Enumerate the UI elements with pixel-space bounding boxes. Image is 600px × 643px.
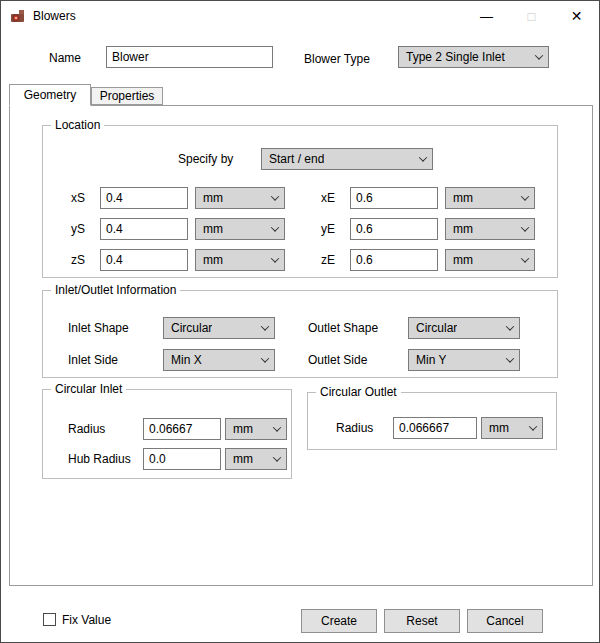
xs-unit-select[interactable]: mm <box>195 187 285 209</box>
cancel-button[interactable]: Cancel <box>467 609 543 633</box>
tab-geometry[interactable]: Geometry <box>9 84 91 106</box>
ye-unit-value: mm <box>453 222 473 236</box>
blower-type-value: Type 2 Single Inlet <box>406 50 505 64</box>
hub-radius-input[interactable] <box>143 448 221 470</box>
chevron-down-icon <box>529 422 537 430</box>
name-label: Name <box>49 51 81 65</box>
ze-label: zE <box>321 253 335 267</box>
zs-unit-select[interactable]: mm <box>195 249 285 271</box>
chevron-down-icon <box>273 423 281 431</box>
chevron-down-icon <box>261 322 269 330</box>
outlet-shape-value: Circular <box>416 321 457 335</box>
minimize-button[interactable]: — <box>464 1 509 31</box>
circular-inlet-group-title: Circular Inlet <box>51 382 126 396</box>
chevron-down-icon <box>506 322 514 330</box>
chevron-down-icon <box>271 254 279 262</box>
hub-radius-unit-select[interactable]: mm <box>225 448 287 470</box>
blower-app-icon <box>10 8 26 24</box>
xe-input[interactable] <box>350 187 438 209</box>
hub-radius-label: Hub Radius <box>68 452 131 466</box>
circular-outlet-group: Circular Outlet Radius mm <box>307 392 557 450</box>
geometry-tab-panel: Location Specify by Start / end xS mm xE… <box>9 105 593 586</box>
tab-properties-label: Properties <box>100 89 155 103</box>
outlet-radius-unit-select[interactable]: mm <box>481 417 543 439</box>
blowers-dialog: Blowers — □ ✕ Name Blower Type Type 2 Si… <box>0 0 600 643</box>
window-title: Blowers <box>33 9 76 23</box>
ys-input[interactable] <box>100 218 188 240</box>
outlet-radius-input[interactable] <box>393 417 477 439</box>
chevron-down-icon <box>521 223 529 231</box>
chevron-down-icon <box>521 254 529 262</box>
inlet-shape-label: Inlet Shape <box>68 321 129 335</box>
xe-unit-value: mm <box>453 191 473 205</box>
specify-by-select[interactable]: Start / end <box>261 148 433 170</box>
reset-button-label: Reset <box>406 614 437 628</box>
inlet-radius-unit-value: mm <box>233 422 253 436</box>
inlet-outlet-group: Inlet/Outlet Information Inlet Shape Cir… <box>42 290 558 378</box>
specify-by-value: Start / end <box>269 152 324 166</box>
outlet-shape-label: Outlet Shape <box>308 321 378 335</box>
circular-inlet-group: Circular Inlet Radius mm Hub Radius mm <box>42 389 292 479</box>
ze-input[interactable] <box>350 249 438 271</box>
cancel-button-label: Cancel <box>486 614 523 628</box>
location-group-title: Location <box>51 118 104 132</box>
title-bar: Blowers — □ ✕ <box>1 1 599 31</box>
inlet-side-value: Min X <box>171 353 202 367</box>
ys-unit-select[interactable]: mm <box>195 218 285 240</box>
fix-value-label: Fix Value <box>62 613 111 627</box>
blower-type-select[interactable]: Type 2 Single Inlet <box>398 46 549 68</box>
circular-outlet-group-title: Circular Outlet <box>316 385 401 399</box>
ze-unit-select[interactable]: mm <box>445 249 535 271</box>
xs-label: xS <box>71 191 85 205</box>
inlet-outlet-group-title: Inlet/Outlet Information <box>51 283 180 297</box>
xs-input[interactable] <box>100 187 188 209</box>
close-button[interactable]: ✕ <box>554 1 599 31</box>
xe-unit-select[interactable]: mm <box>445 187 535 209</box>
ys-label: yS <box>71 222 85 236</box>
inlet-radius-unit-select[interactable]: mm <box>225 418 287 440</box>
xs-unit-value: mm <box>203 191 223 205</box>
zs-unit-value: mm <box>203 253 223 267</box>
ye-input[interactable] <box>350 218 438 240</box>
ye-unit-select[interactable]: mm <box>445 218 535 240</box>
ys-unit-value: mm <box>203 222 223 236</box>
chevron-down-icon <box>271 192 279 200</box>
location-group: Location Specify by Start / end xS mm xE… <box>42 125 558 278</box>
outlet-side-label: Outlet Side <box>308 353 367 367</box>
tab-properties[interactable]: Properties <box>91 87 163 105</box>
tab-geometry-label: Geometry <box>24 88 77 102</box>
create-button-label: Create <box>321 614 357 628</box>
outlet-radius-unit-value: mm <box>489 421 509 435</box>
hub-radius-unit-value: mm <box>233 452 253 466</box>
chevron-down-icon <box>261 354 269 362</box>
outlet-radius-label: Radius <box>336 421 373 435</box>
name-input[interactable] <box>106 46 273 68</box>
zs-label: zS <box>71 253 85 267</box>
blower-type-label: Blower Type <box>304 52 370 66</box>
inlet-radius-input[interactable] <box>143 418 221 440</box>
fix-value-checkbox[interactable] <box>43 613 56 626</box>
outlet-side-value: Min Y <box>416 353 446 367</box>
chevron-down-icon <box>521 192 529 200</box>
inlet-side-select[interactable]: Min X <box>163 349 275 371</box>
reset-button[interactable]: Reset <box>384 609 460 633</box>
xe-label: xE <box>321 191 335 205</box>
caption-buttons: — □ ✕ <box>464 1 599 31</box>
ze-unit-value: mm <box>453 253 473 267</box>
chevron-down-icon <box>271 223 279 231</box>
outlet-side-select[interactable]: Min Y <box>408 349 520 371</box>
outlet-shape-select[interactable]: Circular <box>408 317 520 339</box>
inlet-shape-select[interactable]: Circular <box>163 317 275 339</box>
chevron-down-icon <box>535 51 543 59</box>
inlet-radius-label: Radius <box>68 422 105 436</box>
chevron-down-icon <box>419 153 427 161</box>
maximize-button[interactable]: □ <box>509 1 554 31</box>
inlet-shape-value: Circular <box>171 321 212 335</box>
ye-label: yE <box>321 222 335 236</box>
inlet-side-label: Inlet Side <box>68 353 118 367</box>
zs-input[interactable] <box>100 249 188 271</box>
create-button[interactable]: Create <box>301 609 377 633</box>
chevron-down-icon <box>506 354 514 362</box>
chevron-down-icon <box>273 453 281 461</box>
specify-by-label: Specify by <box>178 152 233 166</box>
